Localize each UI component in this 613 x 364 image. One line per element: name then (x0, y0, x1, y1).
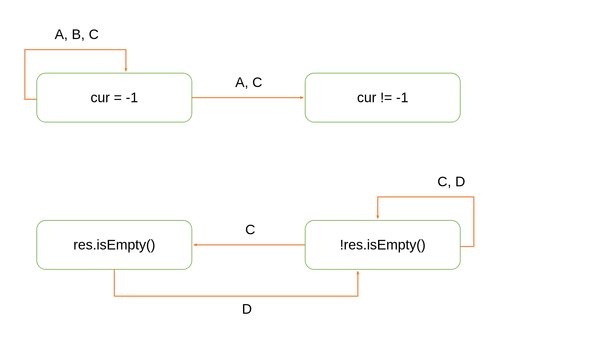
state-label: cur = -1 (90, 90, 138, 106)
edge-label-self-s1: A, B, C (55, 26, 99, 42)
state-label: cur != -1 (357, 90, 408, 106)
edge-label-self-s4: C, D (437, 174, 465, 190)
state-res-isempty: res.isEmpty() (36, 220, 192, 270)
edge-label-s4-s3: C (245, 222, 255, 238)
edge-label-s1-s2: A, C (235, 74, 262, 90)
edge-s3-s4 (114, 270, 358, 296)
state-cur-neq-minus1: cur != -1 (305, 73, 461, 122)
state-cur-eq-minus1: cur = -1 (36, 73, 192, 122)
edge-label-s3-s4: D (242, 301, 252, 317)
state-label: res.isEmpty() (73, 237, 155, 253)
state-label: !res.isEmpty() (340, 237, 425, 253)
state-not-res-isempty: !res.isEmpty() (305, 220, 461, 270)
arrows-layer (0, 0, 613, 364)
